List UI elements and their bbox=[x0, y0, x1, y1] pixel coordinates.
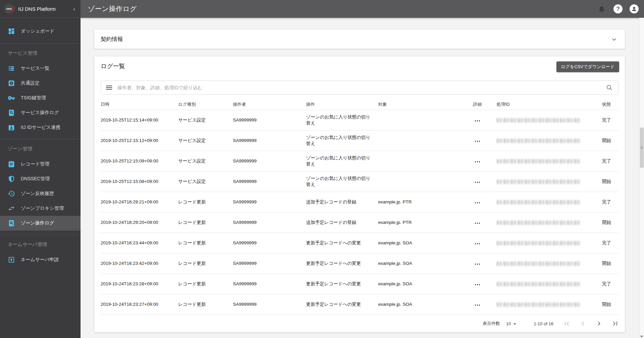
cell-operator: SA9999999 bbox=[233, 158, 306, 164]
scrollbar-down-arrow-icon[interactable] bbox=[640, 336, 643, 338]
last-page-icon[interactable] bbox=[611, 320, 619, 328]
notifications-bell-icon[interactable] bbox=[597, 4, 606, 14]
log-row: 2019-10-24T16:23:27+09:00レコード更新SA9999999… bbox=[101, 294, 618, 315]
sidebar-item-label: ゾーン操作ログ bbox=[21, 220, 54, 226]
log-row: 2019-10-24T16:29:20+09:00レコード更新SA9999999… bbox=[101, 212, 618, 233]
column-header-2: ログ種別 bbox=[178, 101, 233, 107]
contract-info-panel[interactable]: 契約情報 bbox=[94, 30, 625, 49]
more-horiz-icon[interactable] bbox=[474, 242, 481, 246]
brand-title: IIJ DNS Platform bbox=[18, 6, 56, 12]
cell-processing-id bbox=[488, 241, 594, 245]
cell-target: example.jp. PTR bbox=[378, 199, 466, 205]
masked-processing-id bbox=[497, 241, 581, 245]
log-row: 2019-10-25T12:15:08+09:00サービス設定SA9999999… bbox=[101, 172, 618, 192]
sidebar-item-history[interactable]: ゾーン反映履歴 bbox=[0, 186, 81, 201]
sidebar-item-settings-box[interactable]: 共通設定 bbox=[0, 76, 81, 91]
cell-status: 完了 bbox=[594, 281, 618, 287]
cell-detail bbox=[466, 301, 488, 307]
sidebar-item-upload-box[interactable]: ネームサーバ申請 bbox=[0, 252, 81, 267]
prev-page-icon[interactable] bbox=[579, 320, 587, 328]
cell-log-type: レコード更新 bbox=[178, 240, 233, 246]
sidebar-item-shield[interactable]: DNSSEC管理 bbox=[0, 172, 81, 186]
cell-detail bbox=[466, 138, 488, 144]
cell-operator: SA9999999 bbox=[233, 179, 306, 185]
dns-globe-logo-icon: DNS bbox=[4, 4, 14, 14]
cell-log-type: レコード更新 bbox=[178, 281, 233, 287]
cell-log-type: レコード更新 bbox=[178, 260, 233, 267]
page-size-select[interactable]: 10 bbox=[506, 321, 516, 326]
cell-operator: SA9999999 bbox=[233, 301, 306, 307]
cell-status: 完了 bbox=[594, 117, 618, 123]
filter-menu-icon[interactable] bbox=[106, 85, 112, 91]
sidebar-item-label: レコード管理 bbox=[21, 161, 49, 167]
clipboard-icon bbox=[8, 160, 15, 168]
scrollbar-thumb[interactable] bbox=[640, 128, 644, 168]
log-filter-input[interactable] bbox=[117, 85, 605, 90]
sidebar-item-label: サービス一覧 bbox=[21, 65, 49, 71]
sidebar-item-swap[interactable]: ゾーンプロキシ管理 bbox=[0, 201, 81, 216]
cell-datetime: 2019-10-24T16:23:44+09:00 bbox=[101, 240, 178, 246]
cell-datetime: 2019-10-24T16:23:27+09:00 bbox=[101, 301, 178, 307]
more-horiz-icon[interactable] bbox=[474, 180, 481, 184]
sidebar-section: レコード管理DNSSEC管理ゾーン反映履歴ゾーンプロキシ管理ゾーン操作ログ bbox=[0, 154, 81, 231]
column-header-1: 日時 bbox=[101, 101, 178, 107]
more-horiz-icon[interactable] bbox=[474, 283, 481, 287]
cell-processing-id bbox=[488, 221, 594, 225]
swap-icon bbox=[8, 205, 15, 212]
cell-status: 完了 bbox=[594, 158, 618, 164]
page-title: ゾーン操作ログ bbox=[88, 4, 137, 13]
sidebar-item-clipboard[interactable]: レコード管理 bbox=[0, 157, 81, 172]
column-header-7: 処理ID bbox=[488, 101, 594, 107]
chevron-down-icon[interactable] bbox=[610, 35, 618, 43]
sidebar-item-doc-search-selected[interactable]: ゾーン操作ログ bbox=[0, 216, 81, 231]
more-horiz-icon[interactable] bbox=[474, 303, 481, 307]
search-icon[interactable] bbox=[605, 84, 613, 92]
window-scrollbar[interactable] bbox=[639, 18, 644, 338]
help-icon[interactable]: ? bbox=[613, 4, 623, 13]
cell-processing-id bbox=[488, 261, 594, 266]
sidebar-nav: ダッシュボードサービス管理サービス一覧共通設定TSIG鍵管理サービス操作ログII… bbox=[0, 18, 81, 267]
cell-status: 完了 bbox=[594, 240, 618, 246]
masked-processing-id bbox=[497, 139, 581, 143]
brand-header: DNS IIJ DNS Platform ‹ bbox=[0, 0, 81, 18]
key-icon bbox=[8, 94, 15, 102]
cell-status: 開始 bbox=[594, 179, 618, 185]
more-horiz-icon[interactable] bbox=[474, 201, 481, 205]
sidebar-item-label: ゾーンプロキシ管理 bbox=[21, 205, 64, 211]
first-page-icon[interactable] bbox=[563, 320, 571, 328]
sidebar-collapse-icon[interactable]: ‹ bbox=[73, 6, 75, 12]
cell-status: 開始 bbox=[594, 138, 618, 144]
more-horiz-icon[interactable] bbox=[474, 160, 481, 164]
sidebar-item-doc-search[interactable]: サービス操作ログ bbox=[0, 105, 81, 120]
log-list-card: ログ一覧 ログをCSVでダウンロード 日時ログ種別操作者操作対象詳細処理ID状態… bbox=[94, 56, 625, 332]
list-icon bbox=[8, 65, 15, 72]
cell-datetime: 2019-10-25T12:15:08+09:00 bbox=[101, 179, 178, 185]
more-horiz-icon[interactable] bbox=[474, 139, 481, 143]
masked-processing-id bbox=[497, 200, 581, 204]
sidebar-item-id-badge[interactable]: IIJ IDサービス連携 bbox=[0, 120, 81, 135]
page-size-value: 10 bbox=[506, 321, 511, 326]
cell-detail bbox=[466, 179, 488, 185]
masked-processing-id bbox=[497, 118, 581, 123]
cell-log-type: サービス設定 bbox=[178, 117, 233, 123]
cell-target: example.jp. SOA bbox=[378, 260, 466, 267]
masked-processing-id bbox=[497, 180, 581, 184]
next-page-icon[interactable] bbox=[595, 320, 603, 328]
dashboard-icon bbox=[8, 28, 15, 35]
sidebar-item-list[interactable]: サービス一覧 bbox=[0, 61, 81, 76]
cell-log-type: レコード更新 bbox=[178, 199, 233, 205]
log-row: 2019-10-24T16:23:42+09:00レコード更新SA9999999… bbox=[101, 253, 618, 274]
sidebar-item-dashboard[interactable]: ダッシュボード bbox=[0, 23, 81, 39]
appbar: ゾーン操作ログ ? bbox=[81, 0, 644, 18]
cell-operation: ゾーンのお気に入り状態の切り替え bbox=[306, 155, 378, 167]
cell-datetime: 2019-10-25T12:15:14+09:00 bbox=[101, 117, 178, 123]
sidebar-item-label: TSIG鍵管理 bbox=[21, 95, 46, 101]
sidebar-item-key[interactable]: TSIG鍵管理 bbox=[0, 91, 81, 105]
more-horiz-icon[interactable] bbox=[474, 119, 481, 123]
download-csv-button[interactable]: ログをCSVでダウンロード bbox=[556, 61, 619, 72]
account-icon[interactable] bbox=[630, 4, 639, 13]
more-horiz-icon[interactable] bbox=[474, 221, 481, 225]
cell-detail bbox=[466, 158, 488, 164]
more-horiz-icon[interactable] bbox=[474, 262, 481, 266]
log-row: 2019-10-24T16:23:44+09:00レコード更新SA9999999… bbox=[101, 233, 618, 253]
